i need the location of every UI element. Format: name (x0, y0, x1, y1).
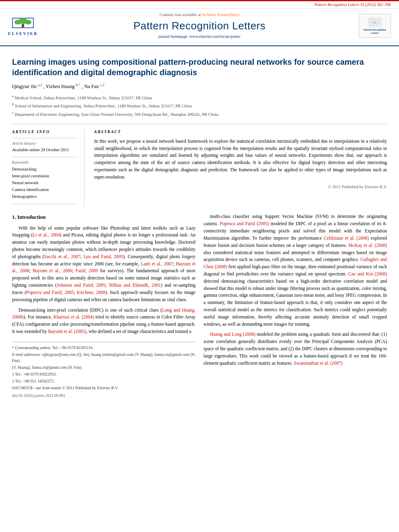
article-history: Article history: Available online 29 Oct… (12, 141, 78, 153)
prl-logo-image: PRL (368, 17, 382, 27)
footnote-tel2: 2 Tel.: +86 021 54342272. (12, 378, 195, 384)
ref-popescu2005[interactable]: Popescu and Farid, 2005 (26, 290, 74, 295)
issn-line: 0167-8655/$ - see front matter © 2011 Pu… (12, 385, 195, 391)
elsevier-tree-icon (10, 15, 35, 31)
keywords-list: Demosaicking Inter-pixel correlation Neu… (12, 166, 78, 200)
affiliations: a Medical School, Jinhua Polytechnic, 11… (12, 94, 387, 117)
section1-heading: 1. Introduction (12, 213, 195, 221)
ref-sacchi2007[interactable]: Sacchi et al., 2007 (44, 254, 80, 259)
affiliation-a: a Medical School, Jinhua Polytechnic, 11… (12, 94, 387, 101)
keyword-demosaicking: Demosaicking (12, 166, 78, 173)
journal-homepage: journal homepage: www.elsevier.com/locat… (56, 34, 343, 39)
body-para-r2: Huang and Long (2008) modeled the proble… (204, 331, 387, 367)
available-date: Available online 29 October 2011 (12, 147, 78, 153)
ref-cao-kot2008[interactable]: Cao and Kot (2008) (348, 271, 387, 276)
footnotes: * Corresponding author. Tel.: +86 0579 8… (12, 342, 195, 398)
ref-long2006b[interactable]: Long and Huang, 2006b (12, 308, 195, 320)
history-label: Article history: (12, 141, 78, 146)
footnote-corresponding: * Corresponding author. Tel.: +86 0579 8… (12, 345, 195, 351)
keywords-label: Keywords: (12, 160, 78, 165)
ref-lyu2005[interactable]: Lyu and Farid, 2005 (83, 254, 123, 259)
ref-huang-long2008[interactable]: Huang and Long (2008) (210, 332, 255, 337)
paper-title: Learning images using compositional patt… (12, 57, 387, 78)
bottom-divider (12, 204, 78, 204)
ref-celiktutan2008[interactable]: Celiktutan et al. (2008) (324, 236, 369, 240)
footnote-yhuang: (Y. Huang), funna.cn@gmail.com (N. Fan). (12, 364, 195, 370)
ref-bayram2006[interactable]: Bayram et al., 2006 (33, 268, 72, 273)
abstract-panel: ABSTRACT In this work, we propose a neur… (94, 129, 387, 207)
header: Pattern Recognition Letters 33 (2012) 38… (0, 0, 399, 46)
keywords-section: Keywords: Demosaicking Inter-pixel corre… (12, 160, 78, 200)
elsevier-logo: ELSEVIER (8, 15, 56, 37)
doi-line: doi:10.1016/j.patrec.2011.09.001 (12, 392, 195, 398)
ref-nillius2001[interactable]: Nillius and Eklundh, 2001 (109, 283, 161, 288)
elsevier-text: ELSEVIER (8, 31, 38, 37)
ref-bayram2005[interactable]: Bayram et al. (2005) (48, 329, 86, 334)
footnote-emails: E-mail addresses: zjjhygyue@tom.com (Q. … (12, 351, 195, 364)
journal-banner: ELSEVIER Contents lists available at Sci… (0, 8, 399, 43)
header-divider (0, 45, 399, 46)
sciverse-label: Contents lists available at SciVerse Sci… (56, 12, 343, 18)
ref-lanh2007[interactable]: Lanh et al., 2007 (141, 261, 173, 266)
article-info-panel: ARTICLE INFO Article history: Available … (12, 129, 84, 207)
ref-mckay2008[interactable]: McKay et al. (2008) (348, 243, 387, 248)
body-text: 1. Introduction With the help of some po… (12, 213, 387, 398)
keyword-demographics: Demographics (12, 193, 78, 200)
ref-kharrazi2004[interactable]: Kharrazi et al. (2004) (53, 314, 94, 319)
keyword-neural: Neural network (12, 180, 78, 187)
svg-rect-2 (22, 24, 24, 27)
body-column-left: 1. Introduction With the help of some po… (12, 213, 195, 398)
keyword-camera: Camera identification (12, 187, 78, 193)
ref-li2004[interactable]: Li et al., 2004 (33, 232, 60, 237)
body-para-2: Demosaicking inter-pixel correlation (DI… (12, 307, 195, 335)
journal-title: Pattern Recognition Letters (56, 18, 343, 33)
sciverse-link[interactable]: SciVerse ScienceDirect (202, 12, 240, 17)
ref-gallagher-chen2008[interactable]: Gallagher and Chen (2008) (204, 257, 387, 269)
journal-title-area: Contents lists available at SciVerse Sci… (56, 12, 343, 39)
info-divider (12, 138, 78, 138)
abstract-text: In this work, we propose a neural networ… (94, 138, 387, 181)
ref-farid2009[interactable]: Farid, 2009 (76, 268, 98, 273)
elsevier-logo-area: ELSEVIER (8, 15, 56, 37)
svg-text:PRL: PRL (373, 22, 376, 24)
affiliation-b: b School of Information and Engineering,… (12, 102, 387, 109)
abstract-heading: ABSTRACT (94, 129, 387, 135)
footnote-tel1: 1 Tel.: +86 0579 83022933. (12, 371, 195, 377)
svg-point-3 (14, 20, 21, 25)
article-info-heading: ARTICLE INFO (12, 129, 78, 135)
prl-logo-title: Pattern Recognition Letters (360, 28, 390, 35)
ref-kirchner2008[interactable]: Kirchner, 2008 (77, 290, 105, 295)
authors-line: Qingyue Jin a,1 , Yizhen Huang b,* , Na … (12, 82, 387, 90)
article-info-abstract: ARTICLE INFO Article history: Available … (12, 124, 387, 207)
journal-volume-info: Pattern Recognition Letters 33 (2012) 38… (0, 1, 399, 8)
keyword-inter-pixel: Inter-pixel correlation (12, 173, 78, 180)
svg-point-4 (25, 20, 31, 25)
ref-swaminathan2007[interactable]: Swaminathan et al. (2007) (294, 361, 342, 366)
keywords-divider (12, 157, 78, 157)
ref-johnson2005[interactable]: Johnson and Farid, 2005 (57, 283, 105, 288)
ref-popescu-farid2005[interactable]: Popescu and Farid (2005) (220, 221, 269, 226)
affiliation-c: c Department of Electronic Engineering, … (12, 110, 387, 117)
copyright: © 2011 Published by Elsevier B.V. (94, 184, 387, 190)
prl-logo: PRL Pattern Recognition Letters (359, 14, 391, 38)
body-para-r1: multi-class classifier using Support Vec… (204, 213, 387, 328)
body-column-right: multi-class classifier using Support Vec… (204, 213, 387, 398)
main-content: Learning images using compositional patt… (0, 49, 399, 406)
body-para-1: With the help of some popular software l… (12, 225, 195, 304)
author-qingyue: Qingyue Jin (12, 84, 38, 90)
journal-logo-area: PRL Pattern Recognition Letters (343, 14, 391, 38)
